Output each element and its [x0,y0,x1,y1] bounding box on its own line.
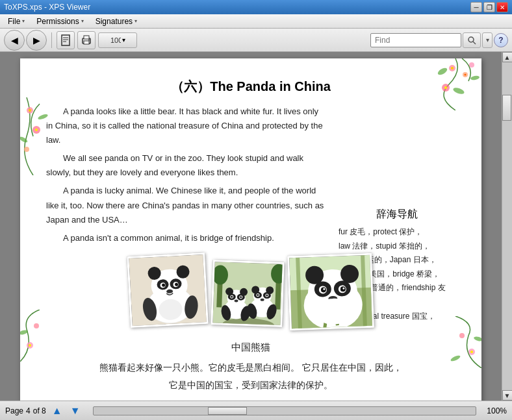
paragraph-2: We all see panda on TV or in the zoo. Th… [46,151,326,180]
svg-point-12 [451,67,454,69]
panda-photo-3 [287,253,374,330]
of-label: of 8 [33,406,46,415]
svg-rect-0 [62,35,70,45]
signatures-menu[interactable]: Signatures ▾ [90,16,142,27]
svg-point-33 [27,342,33,349]
separator-1 [51,32,52,48]
photos-row [46,254,455,329]
svg-point-14 [465,74,467,76]
permissions-menu[interactable]: Permissions ▾ [31,16,88,27]
restore-button[interactable]: ❐ [483,2,495,12]
svg-point-27 [20,136,29,143]
find-box: ▾ ? [370,32,508,48]
svg-point-31 [473,336,481,341]
print-icon [81,34,92,46]
file-menu-arrow: ▾ [22,18,25,24]
find-input[interactable] [370,33,461,47]
title-bar: ToXPS.xps - XPS Viewer ─ ❐ ✕ [0,0,512,14]
file-menu[interactable]: File ▾ [3,16,30,27]
horizontal-scrollbar[interactable] [93,406,477,415]
signatures-menu-arrow: ▾ [134,18,137,24]
forward-button[interactable]: ▶ [26,30,47,51]
paragraph-4: A panda isn't a common animal, it is bri… [46,231,326,245]
paragraph-1: A panda looks like a little bear. It has… [46,105,326,147]
dict-title: 辞海导航 [339,208,455,221]
permissions-menu-arrow: ▾ [81,18,84,24]
scroll-up-button[interactable]: ▲ [502,52,513,62]
status-bar: Page 4 of 8 ▲ ▼ 100% [0,401,512,420]
svg-point-9 [468,37,474,42]
svg-point-13 [463,72,468,77]
page-info: Page 4 of 8 [5,406,46,415]
svg-point-21 [27,107,33,114]
cn-section: 中国熊猫 熊猫看起来好像一只小熊。它的皮毛是黑白相间。 它只居住在中国，因此， … [46,338,455,394]
panda-photo-2 [211,260,284,327]
dict-entry-1: law 法律，stupid 笨拙的， [339,240,455,254]
zoom-icon: 100 [110,35,121,45]
search-icon [467,36,476,45]
svg-point-7 [88,39,90,40]
svg-point-22 [29,109,31,112]
scroll-thumb[interactable] [502,95,511,121]
svg-rect-6 [84,41,89,44]
svg-point-35 [34,323,39,328]
cn-title: 中国熊猫 [46,338,455,357]
svg-point-24 [35,129,38,131]
page-icon [60,34,71,46]
panda-photo-1 [127,253,209,328]
find-button[interactable] [463,32,481,48]
svg-point-34 [29,344,31,347]
vertical-scrollbar: ▲ ▼ [502,52,512,401]
svg-point-25 [24,147,29,152]
zoom-level: 100% [487,406,507,415]
svg-point-23 [32,126,40,134]
minimize-button[interactable]: ─ [470,2,482,12]
cn-para-1: 熊猫看起来好像一只小熊。它的皮毛是黑白相间。 它只居住在中国，因此， [46,359,455,377]
svg-point-17 [469,62,474,68]
page-label: Page [5,406,23,415]
zoom-selector[interactable]: 100 ▾ [98,32,137,48]
page-number: 4 [26,406,31,415]
svg-point-28 [468,349,475,355]
page-title: （六）The Panda in China [46,78,455,95]
scroll-down-button[interactable]: ▼ [502,390,513,401]
prev-page-button[interactable]: ▲ [50,404,64,417]
window-title: ToXPS.xps - XPS Viewer [4,3,90,12]
scroll-track[interactable] [502,62,513,390]
svg-line-10 [473,42,476,44]
print-button[interactable] [77,31,96,49]
svg-rect-5 [84,36,89,39]
page-body: A panda looks like a little bear. It has… [46,105,326,245]
svg-point-36 [20,329,29,335]
horizontal-scroll-thumb[interactable] [208,407,247,415]
toolbar: ◀ ▶ 100 ▾ [0,29,512,52]
svg-text:100: 100 [110,36,121,44]
page-wrapper: （六）The Panda in China A panda looks like… [0,52,512,401]
svg-point-11 [449,65,455,71]
help-button[interactable]: ? [494,33,508,47]
paragraph-3: A panda is lucky animal. We Chinese like… [46,184,326,227]
document-page: （六）The Panda in China A panda looks like… [20,58,481,401]
menu-bar: File ▾ Permissions ▾ Signatures ▾ [0,14,512,29]
page-view-button[interactable] [57,31,75,49]
window-controls: ─ ❐ ✕ [470,2,508,12]
cn-para-2: 它是中国的国宝，受到国家法律的保护。 [46,377,455,394]
next-page-button[interactable]: ▼ [68,404,83,417]
find-options-button[interactable]: ▾ [482,32,493,48]
svg-point-20 [470,75,480,80]
svg-point-18 [437,67,448,77]
svg-point-30 [459,333,465,338]
svg-point-29 [470,351,473,353]
dict-entry-0: fur 皮毛，protect 保护， [339,225,455,240]
content-area: （六）The Panda in China A panda looks like… [0,52,512,401]
close-button[interactable]: ✕ [496,2,508,12]
back-button[interactable]: ◀ [4,30,25,51]
